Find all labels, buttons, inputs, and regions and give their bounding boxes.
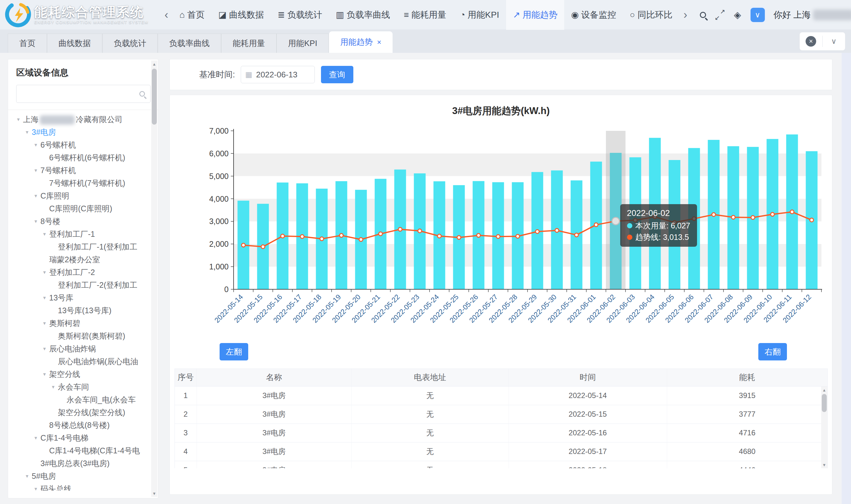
tab-用能趋势[interactable]: 用能趋势× <box>329 31 393 53</box>
tree-item[interactable]: ▾5#电房 <box>8 470 151 483</box>
tree-item[interactable]: ▾8号楼 <box>8 215 151 228</box>
tree-item[interactable]: ▾6号螺杆机 <box>8 139 151 151</box>
tree-item[interactable]: C库1-4号电梯(C库1-4号电 <box>8 444 151 457</box>
table-scrollbar[interactable]: ▲ ▼ <box>821 386 827 468</box>
language-badge-icon[interactable]: ∨ <box>750 8 765 22</box>
bar-2022-06-03[interactable] <box>629 157 641 289</box>
fullscreen-icon[interactable] <box>715 10 725 20</box>
table-row[interactable]: 23#电房无2022-05-153777 <box>175 405 827 424</box>
trend-point[interactable] <box>732 215 735 219</box>
trend-point[interactable] <box>810 218 814 222</box>
date-picker[interactable]: ▦ 2022-06-13 <box>241 66 315 83</box>
trend-point[interactable] <box>536 230 539 233</box>
sidebar-scrollbar[interactable]: ▲ ▼ <box>151 60 157 497</box>
query-button[interactable]: 查询 <box>321 66 353 83</box>
trend-point[interactable] <box>653 215 657 219</box>
caret-down-icon[interactable]: ▾ <box>40 294 49 301</box>
trend-point[interactable] <box>418 229 422 233</box>
trend-point[interactable] <box>673 221 677 224</box>
nav-overflow-chevron-icon[interactable]: › <box>679 8 692 21</box>
nav-item-曲线数据[interactable]: ◪曲线数据 <box>211 0 271 30</box>
table-row[interactable]: 13#电房无2022-05-143915 <box>175 386 827 405</box>
page-right-button[interactable]: 右翻 <box>758 343 787 360</box>
trend-point[interactable] <box>300 235 304 238</box>
trend-chart-svg[interactable]: 01,0002,0003,0004,0005,0006,0007,0002022… <box>174 120 828 338</box>
caret-down-icon[interactable]: ▾ <box>40 231 49 237</box>
tree-item[interactable]: 辰心电油炸锅(辰心电油 <box>8 355 151 368</box>
nav-back-chevron-icon[interactable]: ‹ <box>160 8 173 21</box>
caret-down-icon[interactable]: ▾ <box>40 320 49 327</box>
tree-item[interactable]: ▾辰心电油炸锅 <box>8 342 151 355</box>
trend-point[interactable] <box>516 235 520 238</box>
tree-item[interactable]: ▾登利加工厂-1 <box>8 228 151 240</box>
trend-point[interactable] <box>712 213 716 217</box>
scroll-down-icon[interactable]: ▼ <box>821 462 827 468</box>
caret-down-icon[interactable]: ▾ <box>22 129 32 136</box>
trend-point[interactable] <box>594 223 598 227</box>
tab-menu-button[interactable]: ∨ <box>823 32 846 50</box>
tree-item[interactable]: ▾奥斯柯碧 <box>8 317 151 330</box>
nav-item-负载统计[interactable]: ≣负载统计 <box>271 0 329 30</box>
caret-down-icon[interactable]: ▾ <box>14 116 23 123</box>
tree-item[interactable]: 7号螺杆机(7号螺杆机) <box>8 177 151 190</box>
trend-point[interactable] <box>555 229 559 232</box>
tree-item[interactable]: C库照明(C库照明) <box>8 202 151 215</box>
close-all-tabs-button[interactable]: × <box>800 32 822 50</box>
tree-item[interactable]: 登利加工厂-1(登利加工 <box>8 240 151 253</box>
caret-down-icon[interactable]: ▾ <box>40 371 49 378</box>
trend-point[interactable] <box>477 234 481 237</box>
nav-item-用能趋势[interactable]: ↗用能趋势 <box>506 0 564 30</box>
tree-item[interactable]: 架空分线(架空分线) <box>8 406 151 419</box>
tree-item[interactable]: ▾永会车间 <box>8 381 151 393</box>
tree-item[interactable]: 登利加工厂-2(登利加工 <box>8 279 151 291</box>
nav-item-首页[interactable]: ⌂首页 <box>173 0 211 30</box>
tab-用能KPI[interactable]: 用能KPI <box>277 34 329 53</box>
caret-down-icon[interactable]: ▾ <box>31 486 40 491</box>
nav-item-能耗用量[interactable]: ≡能耗用量 <box>397 0 453 30</box>
scrollbar-thumb[interactable] <box>152 69 157 125</box>
caret-down-icon[interactable]: ▾ <box>49 384 58 390</box>
trend-point[interactable] <box>751 216 755 219</box>
trend-point[interactable] <box>359 238 363 241</box>
tree-item[interactable]: ▾13号库 <box>8 291 151 304</box>
scroll-down-icon[interactable]: ▼ <box>151 490 157 497</box>
tree-item[interactable]: ▾C库1-4号电梯 <box>8 432 151 444</box>
caret-down-icon[interactable]: ▾ <box>22 473 32 480</box>
trend-point[interactable] <box>281 234 284 238</box>
tree-item[interactable]: ▾码头总线 <box>8 483 151 491</box>
search-icon[interactable] <box>700 12 706 18</box>
caret-down-icon[interactable]: ▾ <box>31 142 40 148</box>
tree-search-input[interactable] <box>21 89 139 98</box>
tree-item[interactable]: 13号库(13号库) <box>8 304 151 317</box>
nav-item-设备监控[interactable]: ◉设备监控 <box>564 0 623 30</box>
scroll-up-icon[interactable]: ▲ <box>151 60 157 68</box>
tree-item[interactable]: 6号螺杆机(6号螺杆机) <box>8 151 151 164</box>
caret-down-icon[interactable]: ▾ <box>31 435 40 441</box>
trend-point[interactable] <box>692 217 696 221</box>
trend-point[interactable] <box>398 228 402 231</box>
scrollbar-thumb[interactable] <box>822 394 827 412</box>
tree-item[interactable]: 奥斯柯碧(奥斯柯碧) <box>8 330 151 342</box>
tree-search-box[interactable] <box>16 85 151 103</box>
table-row[interactable]: 53#电房无2022-05-184446 <box>175 461 827 468</box>
tree-item[interactable]: ▾登利加工厂-2 <box>8 266 151 279</box>
trend-point[interactable] <box>242 243 245 247</box>
caret-down-icon[interactable]: ▾ <box>31 218 40 224</box>
nav-item-用能KPI[interactable]: ◔用能KPI <box>453 0 506 30</box>
trend-point-emphasis[interactable] <box>612 217 620 224</box>
trend-point[interactable] <box>457 236 461 239</box>
page-left-button[interactable]: 左翻 <box>220 343 248 360</box>
gem-icon[interactable]: ◈ <box>734 10 741 20</box>
trend-point[interactable] <box>340 234 343 237</box>
trend-point[interactable] <box>320 237 324 241</box>
caret-down-icon[interactable]: ▾ <box>40 345 49 352</box>
tab-首页[interactable]: 首页 <box>8 34 47 53</box>
trend-point[interactable] <box>771 213 775 216</box>
trend-point[interactable] <box>379 232 383 236</box>
tree-item[interactable]: ▾7号螺杆机 <box>8 164 151 177</box>
tree-item[interactable]: ▾C库照明 <box>8 190 151 202</box>
tree-item[interactable]: ▾上海冷藏有限公司 <box>8 113 151 126</box>
trend-point[interactable] <box>497 235 500 238</box>
scroll-up-icon[interactable]: ▲ <box>821 386 827 393</box>
tab-负载统计[interactable]: 负载统计 <box>102 34 158 53</box>
